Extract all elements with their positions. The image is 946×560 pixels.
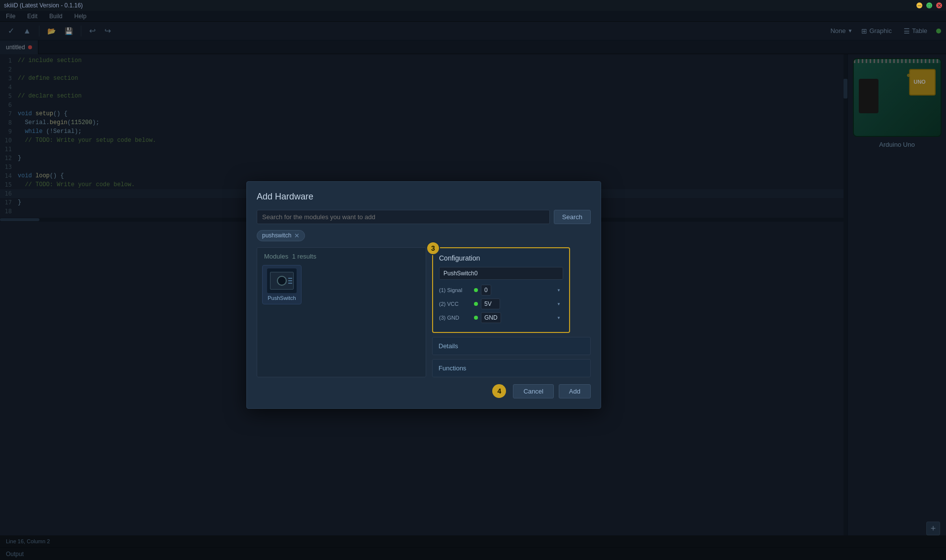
- gnd-label: (3) GND: [439, 315, 471, 321]
- dialog-title: Add Hardware: [257, 192, 591, 202]
- pushswitch-tag: pushswitch ✕: [257, 230, 305, 241]
- vcc-select-wrap: 5V 3.3V: [481, 298, 563, 309]
- tag-label: pushswitch: [262, 232, 291, 239]
- dialog-body: Modules 1 results: [257, 247, 591, 377]
- modules-panel: Modules 1 results: [257, 247, 426, 377]
- modules-header: Modules 1 results: [262, 253, 421, 260]
- close-button[interactable]: ✕: [936, 2, 942, 8]
- module-icon: [267, 268, 297, 293]
- search-row: Search: [257, 210, 591, 224]
- title-bar: skiiiD (Latest Version - 0.1.16) ─ □ ✕: [0, 0, 946, 11]
- gnd-select[interactable]: GND: [481, 312, 501, 323]
- functions-section: Functions: [432, 359, 591, 377]
- module-icon-line-2: [288, 280, 292, 281]
- tag-remove-button[interactable]: ✕: [294, 232, 300, 239]
- maximize-button[interactable]: □: [926, 2, 932, 8]
- vcc-pin-dot: [474, 302, 478, 306]
- minimize-button[interactable]: ─: [916, 2, 922, 8]
- search-button[interactable]: Search: [554, 210, 591, 224]
- vcc-select[interactable]: 5V 3.3V: [481, 298, 500, 309]
- signal-select[interactable]: 0 1 2 3: [481, 285, 491, 296]
- app-title: skiiiD (Latest Version - 0.1.16): [4, 2, 83, 9]
- details-label: Details: [439, 342, 458, 350]
- module-icon-center: [277, 276, 287, 286]
- modules-count: 1 results: [292, 253, 316, 260]
- vcc-row: (2) VCC 5V 3.3V: [439, 298, 563, 309]
- modal-overlay: Add Hardware Search pushswitch ✕ Modules…: [0, 0, 946, 560]
- module-icon-lines: [288, 278, 293, 284]
- pushswitch-module-item[interactable]: PushSwitch: [262, 265, 302, 304]
- configuration-panel: 3 Configuration (1) Signal 0 1 2 3: [432, 247, 570, 333]
- step-4-badge: 4: [492, 384, 506, 398]
- signal-select-wrap: 0 1 2 3: [481, 285, 563, 296]
- config-title: Configuration: [439, 254, 563, 262]
- window-controls: ─ □ ✕: [916, 2, 942, 8]
- signal-pin-dot: [474, 288, 478, 292]
- vcc-label: (2) VCC: [439, 301, 471, 307]
- add-button[interactable]: Add: [559, 384, 591, 398]
- step-3-badge: 3: [426, 241, 440, 255]
- functions-label: Functions: [439, 364, 466, 372]
- search-input[interactable]: [257, 210, 550, 224]
- dialog-bottom: 4 Cancel Add: [257, 384, 591, 398]
- modules-label: Modules: [264, 253, 288, 260]
- module-label: PushSwitch: [268, 295, 296, 301]
- cancel-button[interactable]: Cancel: [513, 384, 553, 398]
- module-icon-inner: [270, 272, 294, 290]
- config-name-input[interactable]: [439, 267, 563, 280]
- gnd-pin-dot: [474, 316, 478, 320]
- add-hardware-dialog: Add Hardware Search pushswitch ✕ Modules…: [246, 181, 601, 409]
- details-section: Details: [432, 337, 591, 355]
- signal-label: (1) Signal: [439, 287, 471, 293]
- module-icon-line-1: [288, 278, 292, 279]
- gnd-select-wrap: GND: [481, 312, 563, 323]
- module-icon-line-3: [288, 283, 292, 284]
- tag-row: pushswitch ✕: [257, 230, 591, 241]
- signal-row: (1) Signal 0 1 2 3: [439, 285, 563, 296]
- gnd-row: (3) GND GND: [439, 312, 563, 323]
